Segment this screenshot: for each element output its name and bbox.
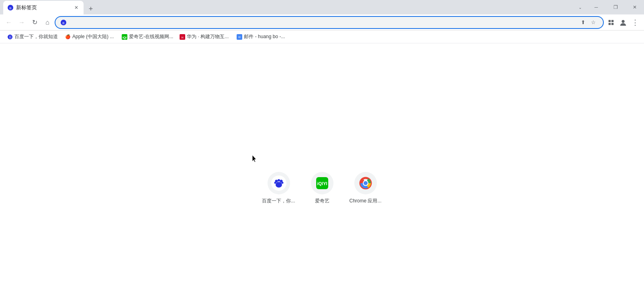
svg-point-22 — [274, 182, 276, 184]
svg-text:B: B — [62, 21, 64, 24]
bookmark-item-iqiyi[interactable]: iQi 爱奇艺-在线视频网... — [119, 32, 175, 42]
bookmark-favicon-iqiyi: iQi — [122, 34, 127, 40]
active-tab[interactable]: B 新标签页 ✕ — [3, 1, 84, 14]
home-button[interactable]: ⌂ — [42, 17, 53, 28]
svg-rect-6 — [609, 22, 611, 24]
minimize-button[interactable]: ─ — [587, 0, 605, 14]
shortcut-chrome[interactable]: Chrome 应用... — [348, 172, 383, 204]
svg-point-20 — [278, 179, 280, 182]
shortcut-baidu[interactable]: 百度一下，你... — [261, 172, 296, 204]
bookmark-label-huawei: 华为 · 构建万物互... — [187, 33, 229, 40]
svg-text:H: H — [182, 36, 184, 39]
shortcut-icon-wrap-iqiyi[interactable]: iQIYI — [311, 172, 333, 194]
tab-strip: B 新标签页 ✕ + — [0, 0, 574, 14]
mouse-cursor — [252, 155, 257, 163]
bookmark-label-mail: 邮件 - huang bo -... — [244, 33, 285, 40]
svg-rect-5 — [611, 20, 613, 22]
bookmark-label-iqiyi: 爱奇艺-在线视频网... — [129, 33, 173, 40]
profile-button[interactable] — [617, 17, 629, 28]
svg-rect-4 — [609, 20, 611, 22]
window-controls: ⌄ ─ ❐ ✕ — [574, 0, 644, 14]
address-bar[interactable]: B ⬆ ☆ — [55, 16, 604, 29]
bookmark-favicon-apple: 🍎 — [65, 34, 71, 40]
bookmark-favicon-baidu: 百 — [7, 34, 13, 40]
svg-point-23 — [281, 182, 283, 184]
bookmarks-bar: 百 百度一下，你就知道 🍎 Apple (中国大陆) ... iQi 爱奇艺-在… — [0, 31, 644, 43]
shortcut-iqiyi[interactable]: iQIYI 爱奇艺 — [305, 172, 340, 204]
svg-text:百: 百 — [9, 36, 12, 39]
site-info-icon[interactable]: B — [60, 19, 67, 26]
svg-text:B: B — [9, 6, 11, 10]
bookmark-label-baidu: 百度一下，你就知道 — [14, 33, 58, 40]
bookmark-item-huawei[interactable]: H 华为 · 构建万物互... — [176, 32, 232, 42]
svg-text:✉: ✉ — [238, 36, 241, 39]
title-bar: B 新标签页 ✕ + ⌄ ─ ❐ ✕ — [0, 0, 644, 14]
tab-favicon: B — [7, 4, 14, 11]
window-dropdown-button[interactable]: ⌄ — [574, 0, 586, 14]
extensions-button[interactable] — [605, 17, 617, 28]
bookmark-label-apple: Apple (中国大陆) ... — [72, 33, 114, 40]
shortcut-label-chrome: Chrome 应用... — [349, 198, 381, 204]
reload-button[interactable]: ↻ — [29, 17, 40, 28]
bookmark-favicon-huawei: H — [180, 34, 185, 40]
bookmark-item-mail[interactable]: ✉ 邮件 - huang bo -... — [233, 32, 288, 42]
toolbar: ← → ↻ ⌂ B ⬆ ☆ — [0, 14, 644, 31]
address-actions: ⬆ ☆ — [578, 18, 598, 27]
forward-button[interactable]: → — [16, 17, 27, 28]
svg-text:iQIYI: iQIYI — [317, 181, 327, 186]
shortcut-label-iqiyi: 爱奇艺 — [315, 198, 329, 204]
shortcut-icon-wrap-baidu[interactable] — [268, 172, 290, 194]
bookmark-item-baidu[interactable]: 百 百度一下，你就知道 — [4, 32, 60, 42]
svg-point-18 — [276, 182, 282, 188]
restore-button[interactable]: ❐ — [606, 0, 625, 14]
menu-button[interactable]: ⋮ — [630, 17, 641, 28]
tab-close-button[interactable]: ✕ — [73, 4, 80, 11]
close-button[interactable]: ✕ — [626, 0, 644, 14]
bookmark-item-apple[interactable]: 🍎 Apple (中国大陆) ... — [62, 32, 117, 42]
toolbar-right: ⋮ — [605, 17, 641, 28]
shortcut-icon-wrap-chrome[interactable] — [354, 172, 377, 194]
new-tab-button[interactable]: + — [85, 3, 96, 14]
shortcut-label-baidu: 百度一下，你... — [262, 198, 295, 204]
tab-title: 新标签页 — [16, 4, 71, 11]
back-button[interactable]: ← — [3, 17, 14, 28]
url-input[interactable] — [70, 19, 575, 26]
shortcuts-grid: 百度一下，你... iQIYI 爱奇艺 — [261, 172, 383, 204]
svg-point-8 — [622, 20, 624, 22]
share-address-button[interactable]: ⬆ — [578, 18, 588, 27]
svg-point-29 — [364, 181, 368, 185]
bookmark-star-button[interactable]: ☆ — [589, 18, 598, 27]
bookmark-favicon-mail: ✉ — [237, 34, 242, 40]
svg-text:iQi: iQi — [123, 35, 127, 39]
new-tab-page: 百度一下，你... iQIYI 爱奇艺 — [0, 43, 644, 298]
svg-rect-7 — [611, 22, 613, 24]
